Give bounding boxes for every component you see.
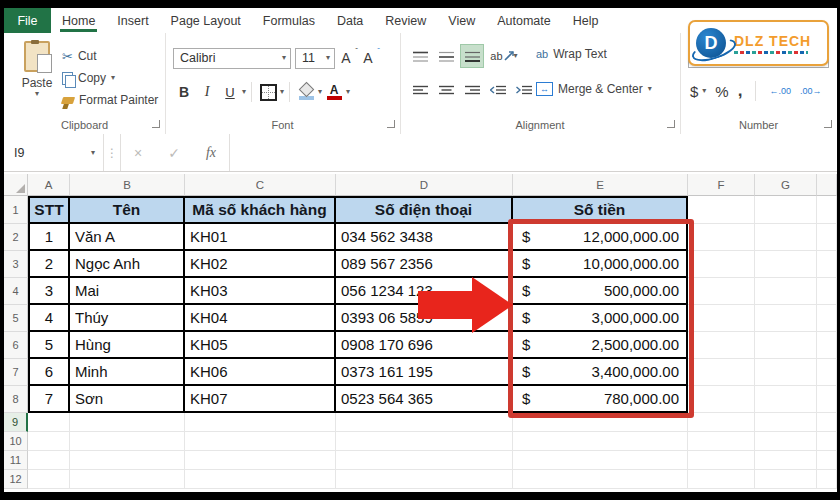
- row-header-9[interactable]: 9: [4, 413, 28, 432]
- cell-C6[interactable]: KH05: [185, 332, 336, 359]
- row-header-11[interactable]: 11: [4, 451, 28, 470]
- cell-B11[interactable]: [70, 451, 185, 470]
- cell-E11[interactable]: [513, 451, 688, 470]
- cell-F9[interactable]: [688, 413, 755, 432]
- tab-review[interactable]: Review: [374, 8, 437, 33]
- cell-G4[interactable]: [755, 278, 817, 305]
- cell-H5[interactable]: [817, 305, 837, 332]
- wrap-text-button[interactable]: ab Wrap Text: [536, 47, 607, 61]
- cell-D9[interactable]: [336, 413, 513, 432]
- cancel-icon[interactable]: ×: [134, 145, 142, 161]
- cell-B6[interactable]: Hùng: [70, 332, 185, 359]
- decrease-decimal-button[interactable]: .00→: [800, 86, 822, 96]
- cell-C3[interactable]: KH02: [185, 251, 336, 278]
- underline-caret-icon[interactable]: ▾: [242, 88, 246, 96]
- cell-G12[interactable]: [755, 470, 817, 489]
- cell-D3[interactable]: 089 567 2356: [336, 251, 513, 278]
- cell-D6[interactable]: 0908 170 696: [336, 332, 513, 359]
- decrease-indent-button[interactable]: [486, 78, 510, 102]
- fill-color-button[interactable]: [295, 81, 317, 103]
- cell-D1[interactable]: Số điện thoại: [336, 196, 513, 224]
- align-bottom-button[interactable]: [460, 44, 484, 68]
- col-header-D[interactable]: D: [336, 174, 513, 196]
- cell-B1[interactable]: Tên: [70, 196, 185, 224]
- tab-data[interactable]: Data: [326, 8, 374, 33]
- cell-A7[interactable]: 6: [28, 359, 70, 386]
- cell-B5[interactable]: Thúy: [70, 305, 185, 332]
- underline-button[interactable]: U: [219, 81, 241, 103]
- row-header-5[interactable]: 5: [4, 305, 28, 332]
- cell-F4[interactable]: [688, 278, 755, 305]
- col-header-C[interactable]: C: [185, 174, 336, 196]
- cell-A4[interactable]: 3: [28, 278, 70, 305]
- cell-F10[interactable]: [688, 432, 755, 451]
- font-size-select[interactable]: 11 ▾: [295, 48, 335, 69]
- cell-A3[interactable]: 2: [28, 251, 70, 278]
- currency-format-button[interactable]: $: [690, 83, 698, 100]
- cell-F12[interactable]: [688, 470, 755, 489]
- col-header-B[interactable]: B: [70, 174, 185, 196]
- row-header-8[interactable]: 8: [4, 386, 28, 413]
- comma-format-button[interactable]: ,: [738, 81, 743, 101]
- clipboard-dialog-launcher-icon[interactable]: [152, 120, 160, 128]
- enter-icon[interactable]: ✓: [168, 145, 180, 161]
- col-header-partial[interactable]: [817, 174, 837, 196]
- italic-button[interactable]: I: [196, 81, 218, 103]
- cell-H4[interactable]: [817, 278, 837, 305]
- cell-B8[interactable]: Sơn: [70, 386, 185, 413]
- percent-format-button[interactable]: %: [715, 83, 728, 100]
- cell-G5[interactable]: [755, 305, 817, 332]
- cell-H6[interactable]: [817, 332, 837, 359]
- cell-G7[interactable]: [755, 359, 817, 386]
- bold-button[interactable]: B: [173, 81, 195, 103]
- align-middle-button[interactable]: [434, 44, 458, 68]
- cell-C8[interactable]: KH07: [185, 386, 336, 413]
- cell-A9[interactable]: [28, 413, 70, 432]
- cell-G8[interactable]: [755, 386, 817, 413]
- borders-caret-icon[interactable]: ▾: [280, 88, 284, 96]
- increase-decimal-button[interactable]: ←.00: [769, 86, 791, 96]
- paste-button[interactable]: Paste ▾: [16, 41, 58, 98]
- tab-automate[interactable]: Automate: [486, 8, 562, 33]
- cell-F1[interactable]: [688, 196, 755, 224]
- align-left-button[interactable]: [408, 78, 432, 102]
- cell-B3[interactable]: Ngọc Anh: [70, 251, 185, 278]
- cell-A10[interactable]: [28, 432, 70, 451]
- cell-C9[interactable]: [185, 413, 336, 432]
- insert-function-icon[interactable]: fx: [206, 145, 216, 161]
- cell-B7[interactable]: Minh: [70, 359, 185, 386]
- row-header-2[interactable]: 2: [4, 224, 28, 251]
- cell-A8[interactable]: 7: [28, 386, 70, 413]
- cell-B12[interactable]: [70, 470, 185, 489]
- font-color-button[interactable]: A: [323, 81, 345, 103]
- formula-input[interactable]: [230, 134, 837, 171]
- row-header-12[interactable]: 12: [4, 470, 28, 489]
- cell-F2[interactable]: [688, 224, 755, 251]
- cell-C1[interactable]: Mã số khách hàng: [185, 196, 336, 224]
- align-center-button[interactable]: [434, 78, 458, 102]
- cell-H11[interactable]: [817, 451, 837, 470]
- cell-G9[interactable]: [755, 413, 817, 432]
- orientation-button[interactable]: ab ▾: [486, 44, 522, 68]
- align-top-button[interactable]: [408, 44, 432, 68]
- cell-C4[interactable]: KH03: [185, 278, 336, 305]
- cell-A12[interactable]: [28, 470, 70, 489]
- number-dialog-launcher-icon[interactable]: [824, 120, 832, 128]
- row-header-10[interactable]: 10: [4, 432, 28, 451]
- format-painter-button[interactable]: Format Painter: [62, 89, 158, 111]
- fill-color-caret-icon[interactable]: ▾: [318, 88, 322, 96]
- cell-F8[interactable]: [688, 386, 755, 413]
- cell-F3[interactable]: [688, 251, 755, 278]
- cell-G3[interactable]: [755, 251, 817, 278]
- tab-help[interactable]: Help: [562, 8, 610, 33]
- merge-center-button[interactable]: ↔ Merge & Center ▾: [536, 82, 652, 96]
- cell-F11[interactable]: [688, 451, 755, 470]
- tab-file[interactable]: File: [4, 8, 51, 33]
- row-header-1[interactable]: 1: [4, 196, 28, 224]
- alignment-dialog-launcher-icon[interactable]: [667, 120, 675, 128]
- borders-button[interactable]: [257, 81, 279, 103]
- cell-G6[interactable]: [755, 332, 817, 359]
- currency-caret-icon[interactable]: ▾: [702, 87, 706, 95]
- cell-D8[interactable]: 0523 564 365: [336, 386, 513, 413]
- tab-formulas[interactable]: Formulas: [252, 8, 326, 33]
